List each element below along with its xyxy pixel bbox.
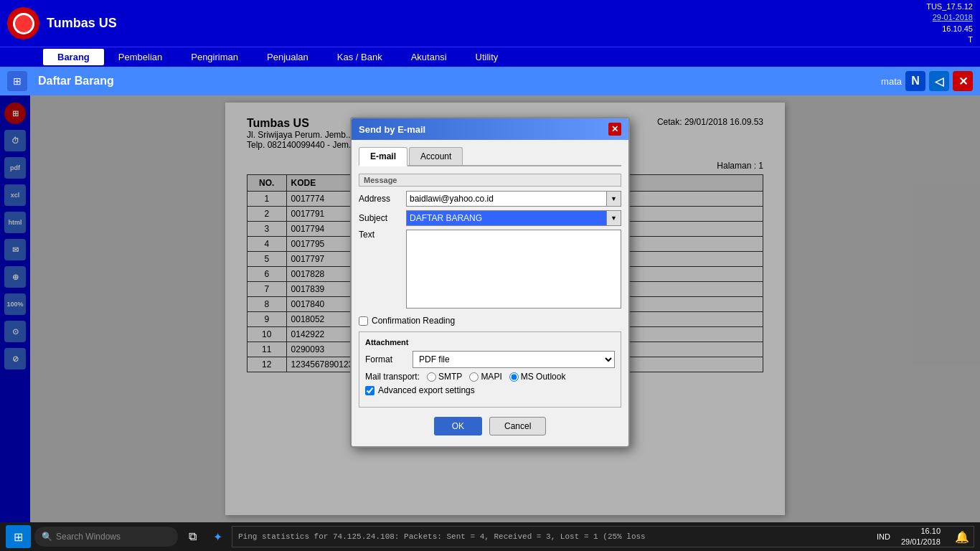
mail-transport-label: Mail transport:: [365, 372, 420, 382]
address-label: Address: [359, 194, 402, 204]
app-date[interactable]: 29-01-2018: [926, 12, 973, 23]
advanced-export-row: Advanced export settings: [365, 385, 615, 395]
address-input-wrapper: ▼: [406, 191, 621, 207]
taskbar-time: 16.10: [901, 526, 941, 537]
toolbar-grid-icon[interactable]: ⊞: [7, 71, 27, 91]
taskbar-search[interactable]: 🔍 Search Windows: [34, 527, 178, 547]
top-right-info: TUS_17.5.12 29-01-2018 16.10.45 T: [926, 1, 973, 46]
taskbar-clock: 16.10 29/01/2018: [901, 526, 941, 548]
toolbar: ⊞ Daftar Barang mata N ◁ ✕: [0, 67, 980, 95]
smtp-radio-item[interactable]: SMTP: [427, 372, 462, 382]
app-logo: [7, 7, 39, 39]
modal-titlebar: Send by E-mail ✕: [352, 118, 628, 140]
confirmation-reading-row: Confirmation Reading: [359, 316, 621, 326]
send-email-modal: Send by E-mail ✕ E-mail Account Message …: [350, 117, 630, 448]
ms-outlook-radio[interactable]: [509, 372, 519, 382]
subject-input-wrapper: ▼: [406, 210, 621, 226]
app-version: TUS_17.5.12: [926, 1, 973, 12]
taskbar: ⊞ 🔍 Search Windows ⧉ ✦ Ping statistics f…: [0, 522, 980, 551]
search-placeholder: Search Windows: [56, 532, 121, 542]
modal-title: Send by E-mail: [359, 124, 425, 135]
subject-label: Subject: [359, 213, 402, 223]
format-row: Format PDF file: [365, 351, 615, 368]
toolbar-right: mata N ◁ ✕: [881, 71, 973, 91]
nav-akutansi[interactable]: Akutansi: [397, 49, 461, 65]
username-label: mata: [881, 76, 902, 87]
tab-account[interactable]: Account: [409, 147, 463, 165]
advanced-export-label: Advanced export settings: [378, 385, 475, 395]
address-row: Address ▼: [359, 191, 621, 207]
app-title: Tumbas US: [47, 16, 926, 31]
taskbar-icons: ⧉ ✦: [182, 526, 228, 547]
app-logo-inner: [13, 13, 34, 34]
cmd-window[interactable]: Ping statistics for 74.125.24.108: Packe…: [232, 526, 974, 547]
format-label: Format: [365, 354, 408, 364]
format-select-wrapper: PDF file: [413, 351, 615, 368]
ok-button[interactable]: OK: [434, 417, 482, 435]
nav-kas-bank[interactable]: Kas / Bank: [323, 49, 397, 65]
top-bar: Tumbas US TUS_17.5.12 29-01-2018 16.10.4…: [0, 0, 980, 47]
taskbar-dropbox-icon[interactable]: ✦: [207, 526, 228, 547]
nav-barang[interactable]: Barang: [43, 49, 104, 65]
subject-dropdown-btn[interactable]: ▼: [607, 210, 621, 226]
subject-row: Subject ▼: [359, 210, 621, 226]
modal-overlay: Send by E-mail ✕ E-mail Account Message …: [0, 95, 980, 522]
taskbar-notification-icon[interactable]: 🔔: [951, 526, 973, 547]
mail-transport-radio-group: SMTP MAPI MS Outlook: [427, 372, 565, 382]
ms-outlook-radio-item[interactable]: MS Outlook: [509, 372, 566, 382]
nav-arrow-button[interactable]: ◁: [929, 71, 949, 91]
mapi-label: MAPI: [481, 372, 501, 382]
text-textarea[interactable]: [406, 230, 621, 309]
address-dropdown-btn[interactable]: ▼: [607, 191, 621, 207]
taskbar-date: 29/01/2018: [901, 537, 941, 547]
text-row: Text: [359, 230, 621, 312]
attachment-title: Attachment: [365, 338, 615, 347]
cancel-button[interactable]: Cancel: [489, 417, 546, 435]
taskbar-language: IND: [877, 532, 890, 541]
attachment-section: Attachment Format PDF file Mail transpor…: [359, 331, 621, 408]
nav-penjualan[interactable]: Penjualan: [253, 49, 323, 65]
confirmation-reading-checkbox[interactable]: [359, 316, 368, 326]
modal-buttons: OK Cancel: [359, 413, 621, 439]
smtp-label: SMTP: [438, 372, 462, 382]
mail-transport-row: Mail transport: SMTP MAPI: [365, 372, 615, 382]
tab-email[interactable]: E-mail: [359, 147, 407, 166]
nav-utility[interactable]: Utility: [461, 49, 513, 65]
nav-pengiriman[interactable]: Pengiriman: [176, 49, 253, 65]
nav-bar: Barang Pembelian Pengiriman Penjualan Ka…: [0, 47, 980, 67]
main-area: ⊞ ⏱ pdf xcl html ✉ ⊕ 100% ⊙ ⊘ Tumbas US …: [0, 95, 980, 522]
subject-input[interactable]: [406, 210, 607, 226]
close-button[interactable]: ✕: [953, 71, 973, 91]
app-time: 16.10.45: [926, 24, 973, 34]
start-button[interactable]: ⊞: [6, 525, 31, 548]
advanced-export-checkbox[interactable]: [365, 386, 374, 395]
ms-outlook-label: MS Outlook: [521, 372, 566, 382]
taskbar-task-view-icon[interactable]: ⧉: [182, 526, 203, 547]
format-select[interactable]: PDF file: [413, 351, 615, 368]
taskbar-right: IND 16.10 29/01/2018 🔔: [877, 526, 973, 548]
modal-close-button[interactable]: ✕: [608, 123, 621, 136]
app-time2: T: [926, 34, 973, 45]
tab-bar: E-mail Account: [359, 147, 621, 166]
confirmation-reading-label: Confirmation Reading: [372, 316, 455, 326]
nav-pembelian[interactable]: Pembelian: [104, 49, 176, 65]
page-title: Daftar Barang: [38, 75, 881, 88]
mapi-radio[interactable]: [469, 372, 479, 382]
address-input[interactable]: [406, 191, 607, 207]
message-section-label: Message: [359, 174, 621, 187]
text-label: Text: [359, 230, 402, 240]
nav-n-button[interactable]: N: [905, 71, 925, 91]
mapi-radio-item[interactable]: MAPI: [469, 372, 501, 382]
modal-body: E-mail Account Message Address ▼ Subject: [352, 140, 628, 446]
smtp-radio[interactable]: [427, 372, 436, 382]
